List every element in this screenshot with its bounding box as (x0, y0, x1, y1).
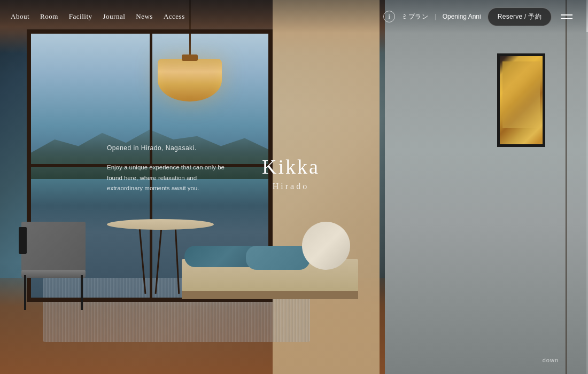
hero-content-left: Opened in Hirado, Nagasaki. Enjoy a uniq… (107, 144, 225, 194)
nav-plan-link[interactable]: ミプラン (401, 12, 428, 21)
hero-location: Opened in Hirado, Nagasaki. (107, 144, 225, 152)
chair-arm (19, 227, 27, 254)
bench-cushion-2 (246, 246, 310, 270)
hotel-name: Kikka (262, 155, 320, 180)
nav-room[interactable]: Room (40, 12, 58, 21)
nav-access[interactable]: Access (164, 12, 185, 21)
navbar: About Room Facility Journal News Access … (0, 0, 588, 33)
right-wall (385, 0, 588, 374)
nav-opening-link[interactable]: Opening Anni (443, 13, 481, 20)
menu-bar-2 (561, 18, 572, 19)
chair-back (21, 222, 86, 270)
reserve-button[interactable]: Reserve / 予約 (488, 7, 552, 26)
chair-leg-front-left (24, 275, 26, 310)
wall-artwork (497, 53, 545, 147)
nav-facility[interactable]: Facility (69, 12, 92, 21)
nav-links: About Room Facility Journal News Access (11, 12, 185, 21)
menu-button[interactable] (558, 7, 577, 26)
nav-about[interactable]: About (11, 12, 29, 21)
nav-right: i ミプラン | Opening Anni Reserve / 予約 (383, 7, 577, 26)
wall-divider (566, 0, 567, 374)
menu-bar-1 (561, 14, 572, 15)
info-icon[interactable]: i (383, 11, 395, 22)
hero-description: Enjoy a unique experience that can only … (107, 162, 225, 194)
down-indicator: down (543, 357, 559, 363)
nav-journal[interactable]: Journal (103, 12, 126, 21)
bench-pillow (302, 222, 350, 270)
nav-news[interactable]: News (136, 12, 153, 21)
chair-leg-front-right (81, 275, 83, 310)
chair-seat (21, 270, 86, 278)
table-top (107, 219, 214, 230)
hotel-subname: Hirado (262, 182, 320, 191)
hotel-name-block: Kikka Hirado (262, 155, 320, 191)
chair (16, 214, 91, 310)
down-label: down (543, 357, 559, 363)
nav-separator: | (435, 13, 436, 21)
